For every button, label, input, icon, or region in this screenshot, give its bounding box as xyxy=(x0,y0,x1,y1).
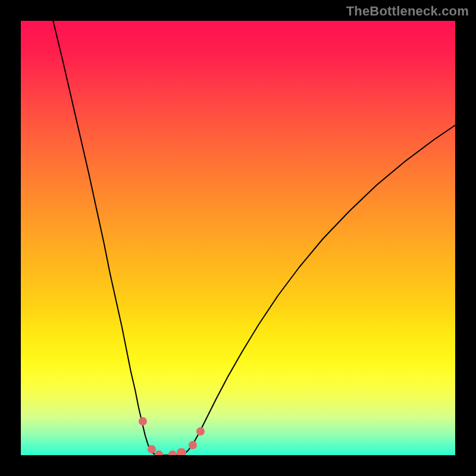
marker-right-3 xyxy=(196,427,205,436)
marker-left-1 xyxy=(139,417,147,425)
curve-layer xyxy=(21,21,455,455)
plot-area xyxy=(21,21,455,455)
marker-group xyxy=(139,417,205,455)
marker-left-2 xyxy=(148,445,156,453)
curve-left-branch xyxy=(52,21,158,455)
marker-left-3 xyxy=(155,450,163,455)
curve-right-branch xyxy=(181,123,455,455)
marker-mid xyxy=(168,450,177,455)
marker-right-2 xyxy=(189,441,197,449)
watermark-text: TheBottleneck.com xyxy=(346,4,469,19)
series-group xyxy=(52,21,455,455)
marker-right-1 xyxy=(177,448,186,455)
chart-frame: TheBottleneck.com xyxy=(0,0,476,476)
